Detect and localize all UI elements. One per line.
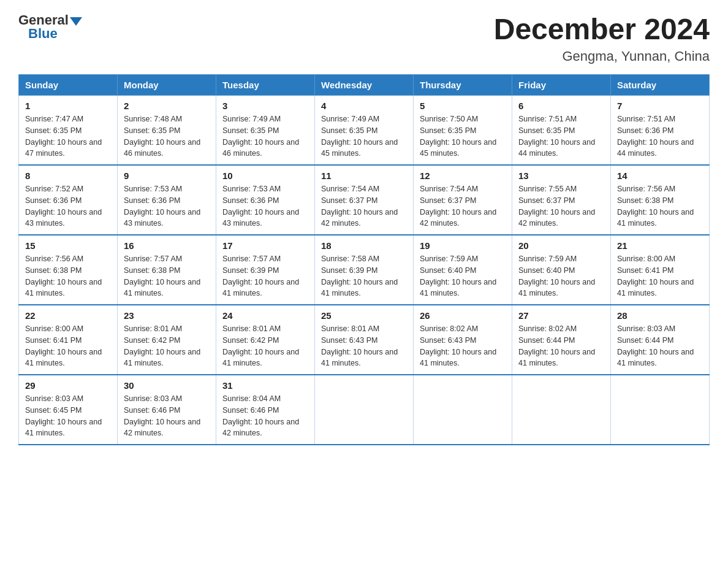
day-info: Sunrise: 8:02 AMSunset: 6:44 PMDaylight:… bbox=[518, 323, 604, 369]
page-subtitle: Gengma, Yunnan, China bbox=[494, 48, 710, 64]
calendar-cell: 23Sunrise: 8:01 AMSunset: 6:42 PMDayligh… bbox=[118, 305, 216, 375]
day-number: 7 bbox=[617, 101, 703, 111]
day-number: 21 bbox=[617, 240, 703, 251]
day-number: 9 bbox=[124, 170, 210, 181]
day-number: 24 bbox=[222, 310, 308, 321]
day-info: Sunrise: 8:01 AMSunset: 6:42 PMDaylight:… bbox=[222, 323, 308, 369]
day-number: 16 bbox=[124, 240, 210, 251]
day-number: 19 bbox=[420, 240, 506, 251]
day-info: Sunrise: 8:01 AMSunset: 6:42 PMDaylight:… bbox=[124, 323, 210, 369]
day-number: 3 bbox=[222, 101, 308, 111]
day-number: 8 bbox=[25, 170, 111, 181]
day-info: Sunrise: 7:53 AMSunset: 6:36 PMDaylight:… bbox=[124, 183, 210, 229]
calendar-week-3: 15Sunrise: 7:56 AMSunset: 6:38 PMDayligh… bbox=[19, 235, 710, 305]
calendar-header-row: SundayMondayTuesdayWednesdayThursdayFrid… bbox=[19, 75, 710, 96]
calendar-cell bbox=[512, 375, 611, 445]
calendar-cell: 6Sunrise: 7:51 AMSunset: 6:35 PMDaylight… bbox=[512, 96, 611, 166]
calendar-cell: 19Sunrise: 7:59 AMSunset: 6:40 PMDayligh… bbox=[414, 235, 512, 305]
day-number: 28 bbox=[617, 310, 703, 321]
day-number: 5 bbox=[420, 101, 506, 111]
calendar-week-5: 29Sunrise: 8:03 AMSunset: 6:45 PMDayligh… bbox=[19, 375, 710, 445]
calendar-week-4: 22Sunrise: 8:00 AMSunset: 6:41 PMDayligh… bbox=[19, 305, 710, 375]
day-number: 14 bbox=[617, 170, 703, 181]
day-number: 17 bbox=[222, 240, 308, 251]
calendar-cell: 18Sunrise: 7:58 AMSunset: 6:39 PMDayligh… bbox=[315, 235, 414, 305]
day-info: Sunrise: 8:04 AMSunset: 6:46 PMDaylight:… bbox=[222, 393, 308, 439]
day-info: Sunrise: 7:47 AMSunset: 6:35 PMDaylight:… bbox=[25, 113, 111, 159]
day-info: Sunrise: 7:55 AMSunset: 6:37 PMDaylight:… bbox=[518, 183, 604, 229]
day-info: Sunrise: 8:01 AMSunset: 6:43 PMDaylight:… bbox=[321, 323, 407, 369]
calendar-cell: 2Sunrise: 7:48 AMSunset: 6:35 PMDaylight… bbox=[118, 96, 216, 166]
day-info: Sunrise: 8:03 AMSunset: 6:46 PMDaylight:… bbox=[124, 393, 210, 439]
calendar-cell: 5Sunrise: 7:50 AMSunset: 6:35 PMDaylight… bbox=[414, 96, 512, 166]
day-number: 23 bbox=[124, 310, 210, 321]
day-number: 29 bbox=[25, 380, 111, 391]
day-info: Sunrise: 7:49 AMSunset: 6:35 PMDaylight:… bbox=[321, 113, 407, 159]
day-info: Sunrise: 7:51 AMSunset: 6:36 PMDaylight:… bbox=[617, 113, 703, 159]
day-info: Sunrise: 8:03 AMSunset: 6:45 PMDaylight:… bbox=[25, 393, 111, 439]
calendar-cell: 20Sunrise: 7:59 AMSunset: 6:40 PMDayligh… bbox=[512, 235, 611, 305]
calendar-cell: 16Sunrise: 7:57 AMSunset: 6:38 PMDayligh… bbox=[118, 235, 216, 305]
calendar-cell: 3Sunrise: 7:49 AMSunset: 6:35 PMDaylight… bbox=[216, 96, 315, 166]
calendar-cell: 28Sunrise: 8:03 AMSunset: 6:44 PMDayligh… bbox=[611, 305, 710, 375]
day-info: Sunrise: 7:53 AMSunset: 6:36 PMDaylight:… bbox=[222, 183, 308, 229]
day-header-wednesday: Wednesday bbox=[315, 75, 414, 96]
day-info: Sunrise: 8:00 AMSunset: 6:41 PMDaylight:… bbox=[25, 323, 111, 369]
day-number: 31 bbox=[222, 380, 308, 391]
calendar-cell: 9Sunrise: 7:53 AMSunset: 6:36 PMDaylight… bbox=[118, 165, 216, 235]
day-info: Sunrise: 7:52 AMSunset: 6:36 PMDaylight:… bbox=[25, 183, 111, 229]
day-info: Sunrise: 7:49 AMSunset: 6:35 PMDaylight:… bbox=[222, 113, 308, 159]
day-number: 20 bbox=[518, 240, 604, 251]
page-title: December 2024 bbox=[494, 12, 710, 46]
calendar-cell: 21Sunrise: 8:00 AMSunset: 6:41 PMDayligh… bbox=[611, 235, 710, 305]
calendar-cell: 31Sunrise: 8:04 AMSunset: 6:46 PMDayligh… bbox=[216, 375, 315, 445]
day-info: Sunrise: 7:50 AMSunset: 6:35 PMDaylight:… bbox=[420, 113, 506, 159]
day-number: 30 bbox=[124, 380, 210, 391]
day-info: Sunrise: 7:58 AMSunset: 6:39 PMDaylight:… bbox=[321, 253, 407, 299]
calendar-cell: 4Sunrise: 7:49 AMSunset: 6:35 PMDaylight… bbox=[315, 96, 414, 166]
day-info: Sunrise: 7:54 AMSunset: 6:37 PMDaylight:… bbox=[420, 183, 506, 229]
day-info: Sunrise: 7:57 AMSunset: 6:39 PMDaylight:… bbox=[222, 253, 308, 299]
day-number: 10 bbox=[222, 170, 308, 181]
day-number: 26 bbox=[420, 310, 506, 321]
day-info: Sunrise: 7:56 AMSunset: 6:38 PMDaylight:… bbox=[25, 253, 111, 299]
day-info: Sunrise: 7:59 AMSunset: 6:40 PMDaylight:… bbox=[420, 253, 506, 299]
calendar-cell: 7Sunrise: 7:51 AMSunset: 6:36 PMDaylight… bbox=[611, 96, 710, 166]
day-header-tuesday: Tuesday bbox=[216, 75, 315, 96]
calendar-cell: 27Sunrise: 8:02 AMSunset: 6:44 PMDayligh… bbox=[512, 305, 611, 375]
calendar-cell: 11Sunrise: 7:54 AMSunset: 6:37 PMDayligh… bbox=[315, 165, 414, 235]
calendar-cell: 13Sunrise: 7:55 AMSunset: 6:37 PMDayligh… bbox=[512, 165, 611, 235]
logo-blue-text: Blue bbox=[28, 26, 58, 42]
day-header-monday: Monday bbox=[118, 75, 216, 96]
calendar-table: SundayMondayTuesdayWednesdayThursdayFrid… bbox=[18, 74, 710, 445]
day-number: 1 bbox=[25, 101, 111, 111]
page-header: General Blue December 2024 Gengma, Yunna… bbox=[18, 12, 710, 64]
calendar-cell bbox=[315, 375, 414, 445]
day-number: 18 bbox=[321, 240, 407, 251]
day-header-sunday: Sunday bbox=[19, 75, 118, 96]
calendar-week-2: 8Sunrise: 7:52 AMSunset: 6:36 PMDaylight… bbox=[19, 165, 710, 235]
calendar-week-1: 1Sunrise: 7:47 AMSunset: 6:35 PMDaylight… bbox=[19, 96, 710, 166]
calendar-cell: 12Sunrise: 7:54 AMSunset: 6:37 PMDayligh… bbox=[414, 165, 512, 235]
day-info: Sunrise: 7:51 AMSunset: 6:35 PMDaylight:… bbox=[518, 113, 604, 159]
calendar-cell: 15Sunrise: 7:56 AMSunset: 6:38 PMDayligh… bbox=[19, 235, 118, 305]
day-number: 12 bbox=[420, 170, 506, 181]
day-number: 11 bbox=[321, 170, 407, 181]
day-info: Sunrise: 7:48 AMSunset: 6:35 PMDaylight:… bbox=[124, 113, 210, 159]
day-number: 22 bbox=[25, 310, 111, 321]
day-number: 15 bbox=[25, 240, 111, 251]
day-info: Sunrise: 8:03 AMSunset: 6:44 PMDaylight:… bbox=[617, 323, 703, 369]
calendar-cell: 30Sunrise: 8:03 AMSunset: 6:46 PMDayligh… bbox=[118, 375, 216, 445]
day-header-thursday: Thursday bbox=[414, 75, 512, 96]
logo-triangle-icon bbox=[70, 17, 82, 26]
calendar-cell: 14Sunrise: 7:56 AMSunset: 6:38 PMDayligh… bbox=[611, 165, 710, 235]
calendar-cell bbox=[414, 375, 512, 445]
calendar-cell: 17Sunrise: 7:57 AMSunset: 6:39 PMDayligh… bbox=[216, 235, 315, 305]
day-header-friday: Friday bbox=[512, 75, 611, 96]
day-info: Sunrise: 7:59 AMSunset: 6:40 PMDaylight:… bbox=[518, 253, 604, 299]
day-info: Sunrise: 8:00 AMSunset: 6:41 PMDaylight:… bbox=[617, 253, 703, 299]
day-number: 2 bbox=[124, 101, 210, 111]
day-info: Sunrise: 7:54 AMSunset: 6:37 PMDaylight:… bbox=[321, 183, 407, 229]
calendar-cell: 26Sunrise: 8:02 AMSunset: 6:43 PMDayligh… bbox=[414, 305, 512, 375]
day-header-saturday: Saturday bbox=[611, 75, 710, 96]
